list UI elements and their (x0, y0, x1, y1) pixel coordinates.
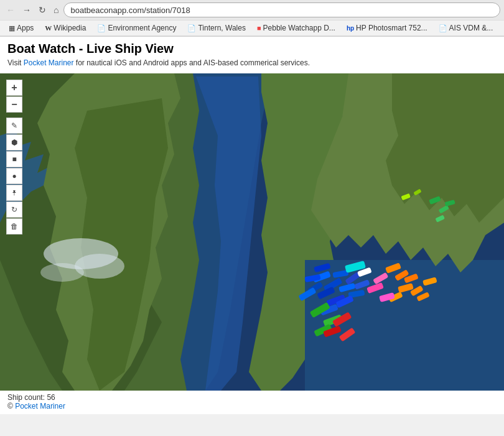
svg-rect-38 (401, 193, 411, 200)
pebble-icon: ■ (257, 24, 261, 32)
circle-tool-button[interactable]: ● (6, 168, 22, 184)
bookmark-pebble-label: Pebble Watchapp D... (263, 24, 335, 32)
bookmark-apps[interactable]: ▦ Apps (4, 22, 39, 34)
doc-icon-2: 📄 (187, 24, 196, 32)
bookmark-tintern-label: Tintern, Wales (198, 24, 245, 32)
svg-rect-21 (314, 324, 332, 337)
svg-rect-11 (348, 290, 365, 298)
zoom-out-button[interactable]: − (6, 96, 22, 113)
svg-rect-41 (439, 205, 449, 213)
forward-button[interactable]: → (20, 4, 34, 16)
page-title: Boat Watch - Live Ship View (7, 42, 497, 56)
square-tool-button[interactable]: ■ (6, 151, 22, 167)
svg-rect-13 (335, 295, 354, 308)
browser-chrome: ← → ↻ ⌂ boatbeaconapp.com/station/7018 ▦… (0, 0, 504, 37)
svg-rect-12 (307, 282, 323, 294)
svg-rect-24 (338, 327, 355, 341)
pencil-tool-button[interactable]: ✎ (6, 118, 22, 134)
bookmark-apps-label: Apps (17, 24, 34, 32)
refresh-tool-button[interactable]: ↻ (6, 202, 22, 218)
map-svg (0, 73, 504, 391)
svg-rect-33 (416, 292, 430, 302)
svg-rect-15 (354, 279, 370, 290)
page-footer: Ship count: 56 © Pocket Mariner (0, 391, 504, 414)
svg-rect-39 (413, 188, 421, 195)
svg-rect-28 (398, 283, 414, 293)
pentagon-tool-button[interactable]: ⬢ (6, 134, 22, 151)
copyright: © Pocket Mariner (7, 402, 497, 410)
home-button[interactable]: ⌂ (51, 4, 61, 16)
bookmark-pebble[interactable]: ■ Pebble Watchapp D... (252, 22, 340, 34)
svg-rect-16 (298, 287, 316, 302)
pin-tool-button[interactable]: 🖈 (6, 185, 22, 201)
svg-rect-0 (0, 73, 504, 391)
page-subtitle: Visit Pocket Mariner for nautical iOS an… (7, 58, 497, 67)
svg-rect-4 (312, 271, 331, 283)
bookmark-hp-label: HP Photosmart 752... (356, 24, 427, 32)
svg-rect-22 (332, 312, 352, 327)
bookmark-wikipedia[interactable]: W Wikipedia (40, 22, 91, 34)
ship-count: Ship count: 56 (7, 393, 497, 402)
back-button[interactable]: ← (4, 4, 17, 16)
svg-point-2 (75, 254, 124, 279)
wikipedia-icon: W (45, 24, 52, 32)
bookmark-env-label: Environment Agency (108, 24, 176, 32)
address-bar[interactable]: boatbeaconapp.com/station/7018 (63, 2, 500, 17)
svg-rect-43 (435, 215, 445, 222)
svg-rect-36 (379, 292, 395, 302)
bookmark-wikipedia-label: Wikipedia (54, 24, 86, 32)
svg-rect-25 (345, 261, 366, 273)
doc-icon-3: 📄 (439, 24, 447, 32)
svg-rect-29 (388, 292, 403, 302)
bookmark-ais-label: AIS VDM &... (449, 24, 493, 32)
doc-icon-1: 📄 (97, 24, 106, 32)
bookmark-tintern[interactable]: 📄 Tintern, Wales (182, 22, 250, 34)
svg-rect-10 (326, 294, 346, 307)
apps-grid-icon: ▦ (9, 24, 15, 32)
bookmark-environment-agency[interactable]: 📄 Environment Agency (92, 22, 181, 34)
reload-button[interactable]: ↻ (36, 4, 49, 16)
nav-bar: ← → ↻ ⌂ boatbeaconapp.com/station/7018 (0, 0, 504, 20)
svg-rect-23 (323, 326, 342, 338)
svg-rect-5 (324, 277, 343, 292)
svg-rect-37 (357, 267, 372, 277)
pocket-mariner-link[interactable]: Pocket Mariner (24, 58, 74, 67)
svg-rect-31 (410, 285, 424, 297)
svg-rect-9 (345, 272, 360, 285)
svg-rect-32 (422, 277, 437, 285)
svg-rect-34 (366, 282, 384, 294)
bookmarks-bar: ▦ Apps W Wikipedia 📄 Environment Agency … (0, 20, 504, 36)
svg-rect-35 (373, 272, 388, 285)
svg-rect-40 (429, 196, 441, 205)
svg-rect-20 (323, 314, 343, 327)
copyright-link[interactable]: Pocket Mariner (15, 402, 65, 410)
svg-rect-42 (444, 200, 455, 206)
zoom-in-button[interactable]: + (6, 80, 22, 96)
bookmark-ais[interactable]: 📄 AIS VDM &... (434, 22, 498, 34)
hp-icon: hp (347, 25, 354, 32)
map-controls: + − ✎ ⬢ ■ ● 🖈 ↻ 🗑 (6, 80, 22, 234)
address-text: boatbeaconapp.com/station/7018 (70, 6, 190, 15)
svg-rect-8 (338, 283, 355, 292)
svg-rect-19 (310, 302, 330, 318)
svg-rect-14 (314, 263, 330, 272)
svg-rect-6 (332, 270, 348, 278)
svg-point-1 (44, 238, 118, 269)
svg-rect-7 (317, 287, 335, 300)
map-container[interactable]: + − ✎ ⬢ ■ ● 🖈 ↻ 🗑 (0, 73, 504, 391)
svg-point-3 (40, 263, 84, 282)
trash-tool-button[interactable]: 🗑 (6, 218, 22, 234)
page-content: Boat Watch - Live Ship View Visit Pocket… (0, 37, 504, 414)
bookmark-hp[interactable]: hp HP Photosmart 752... (342, 22, 432, 34)
svg-rect-27 (394, 269, 409, 281)
svg-rect-17 (304, 274, 320, 282)
svg-rect-30 (404, 274, 419, 284)
page-header: Boat Watch - Live Ship View Visit Pocket… (0, 37, 504, 73)
svg-rect-18 (320, 304, 338, 316)
svg-rect-26 (385, 262, 401, 274)
